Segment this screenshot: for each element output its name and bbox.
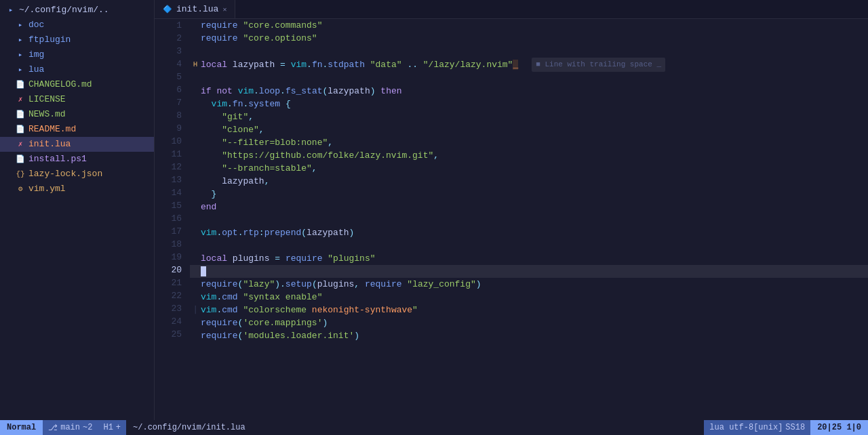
status-git: ⎇ main ~2 xyxy=(43,420,98,435)
ln-16: 16 xyxy=(165,212,182,225)
sidebar-item-doc[interactable]: ▸ doc xyxy=(0,18,154,33)
sidebar: ▸ ~/.config/nvim/.. ▸ doc ▸ ftplugin ▸ i… xyxy=(0,0,155,420)
code-6: if not vim.loop.fs_stat(lazypath) then xyxy=(201,85,402,98)
code-line-1: require "core.commands" xyxy=(190,19,868,32)
code-content: require "core.commands" require "core.op… xyxy=(187,19,868,420)
sidebar-img-label: img xyxy=(28,48,44,62)
status-bar: Normal ⎇ main ~2 H1 + ~/.config/nvim/ini… xyxy=(0,420,868,435)
code-line-16 xyxy=(190,213,868,226)
sidebar-vim-yml-label: vim.yml xyxy=(28,182,66,196)
code-23: vim.cmd "colorscheme nekonight-synthwave… xyxy=(201,304,418,316)
main-area: ▸ ~/.config/nvim/.. ▸ doc ▸ ftplugin ▸ i… xyxy=(0,0,868,420)
ln-7: 7 xyxy=(165,96,182,109)
file-icon: ✗ xyxy=(15,93,26,106)
line-numbers: 1 2 3 4 5 6 7 8 9 10 11 12 13 14 15 16 1… xyxy=(155,19,187,420)
ln-4: 4 xyxy=(165,58,182,70)
status-mode: Normal xyxy=(0,420,43,435)
code-25: require('modules.loader.init') xyxy=(201,329,359,342)
code-area[interactable]: 1 2 3 4 5 6 7 8 9 10 11 12 13 14 15 16 1… xyxy=(155,19,868,420)
ln-8: 8 xyxy=(165,109,182,122)
sidebar-item-lazy-lock[interactable]: {} lazy-lock.json xyxy=(0,167,154,182)
code-line-12: "--branch=stable", xyxy=(190,162,868,175)
scroll-label: 1|0 xyxy=(846,423,861,432)
trail-hint: ■ Line with trailing space _ xyxy=(532,58,665,72)
ln-10: 10 xyxy=(165,135,182,148)
code-2: require "core.options" xyxy=(201,32,317,45)
sidebar-item-vim-yml[interactable]: ⚙ vim.yml xyxy=(0,182,154,196)
file-icon: 📄 xyxy=(15,152,26,166)
file-icon: {} xyxy=(15,167,26,181)
code-22: vim.cmd "syntax enable" xyxy=(201,291,322,304)
sidebar-item-ftplugin[interactable]: ▸ ftplugin xyxy=(0,33,154,47)
code-15: end xyxy=(201,201,216,213)
code-line-10: "--filter=blob:none", xyxy=(190,136,868,149)
status-file-info: H1 + xyxy=(98,420,126,435)
code-7: vim.fn.system { xyxy=(201,98,291,110)
folder-icon: ▸ xyxy=(15,48,26,62)
ln-17: 17 xyxy=(165,225,182,238)
code-line-19: local plugins = require "plugins" xyxy=(190,252,868,265)
ln-23: 23 xyxy=(165,302,182,315)
sidebar-item-license[interactable]: ✗ LICENSE xyxy=(0,92,154,107)
ln-15: 15 xyxy=(165,199,182,212)
sidebar-root-label: ~/.config/nvim/.. xyxy=(19,3,109,17)
ln-1: 1 xyxy=(165,19,182,32)
sidebar-install-label: install.ps1 xyxy=(28,152,87,166)
ln-24: 24 xyxy=(165,315,182,328)
code-line-22: vim.cmd "syntax enable" xyxy=(190,291,868,304)
code-line-8: "git", xyxy=(190,110,868,123)
code-line-18 xyxy=(190,239,868,252)
sidebar-init-label: init.lua xyxy=(28,138,71,151)
code-9: "clone", xyxy=(201,123,264,136)
file-icon: 📄 xyxy=(15,108,26,121)
sidebar-doc-label: doc xyxy=(28,18,44,32)
code-line-3 xyxy=(190,45,868,58)
sidebar-item-news[interactable]: 📄 NEWS.md xyxy=(0,107,154,122)
sidebar-item-changelog[interactable]: 📄 CHANGELOG.md xyxy=(0,77,154,92)
file-plus: + xyxy=(116,423,121,432)
code-line-25: require('modules.loader.init') xyxy=(190,329,868,342)
ln-21: 21 xyxy=(165,276,182,289)
sidebar-readme-label: README.md xyxy=(28,123,76,136)
sidebar-item-img[interactable]: ▸ img xyxy=(0,47,154,62)
sidebar-ftplugin-label: ftplugin xyxy=(28,33,71,47)
code-4: local lazypath = vim.fn.stdpath "data" .… xyxy=(201,58,518,71)
sidebar-license-label: LICENSE xyxy=(28,93,66,106)
file-icon: 📄 xyxy=(15,78,26,91)
folder-icon: ▸ xyxy=(15,18,26,32)
tab-bar: 🔷 init.lua ✕ xyxy=(155,0,868,19)
code-line-4: H local lazypath = vim.fn.stdpath "data"… xyxy=(190,58,868,72)
code-line-13: lazypath, xyxy=(190,175,868,188)
lua-file-icon: 🔷 xyxy=(163,5,172,14)
tab-close-icon[interactable]: ✕ xyxy=(222,5,226,14)
sign-4: H xyxy=(190,58,201,71)
sidebar-item-root[interactable]: ▸ ~/.config/nvim/.. xyxy=(0,3,154,18)
status-path: ~/.config/nvim/init.lua xyxy=(126,420,704,435)
ln-5: 5 xyxy=(165,70,182,83)
code-line-7: vim.fn.system { xyxy=(190,98,868,110)
sidebar-item-lua[interactable]: ▸ lua xyxy=(0,62,154,77)
size-label: SS18 xyxy=(785,423,805,432)
code-line-5 xyxy=(190,72,868,85)
ln-3: 3 xyxy=(165,45,182,58)
code-12: "--branch=stable", xyxy=(201,162,317,175)
sidebar-item-install[interactable]: 📄 install.ps1 xyxy=(0,152,154,167)
mode-label: Normal xyxy=(7,423,36,432)
sidebar-item-readme[interactable]: 📄 README.md xyxy=(0,122,154,137)
folder-icon: ▸ xyxy=(15,63,26,77)
ln-19: 19 xyxy=(165,251,182,264)
sidebar-item-init-lua[interactable]: ✗ init.lua xyxy=(0,137,154,152)
tab-init-lua[interactable]: 🔷 init.lua ✕ xyxy=(155,0,235,18)
code-line-9: "clone", xyxy=(190,123,868,136)
ln-14: 14 xyxy=(165,186,182,199)
ln-2: 2 xyxy=(165,32,182,45)
ln-25: 25 xyxy=(165,328,182,341)
gear-icon: ⚙ xyxy=(15,182,26,196)
sidebar-lua-label: lua xyxy=(28,63,44,77)
code-21: require("lazy").setup(plugins, require "… xyxy=(201,278,481,291)
code-line-6: if not vim.loop.fs_stat(lazypath) then xyxy=(190,85,868,98)
folder-icon: ▸ xyxy=(15,33,26,47)
code-13: lazypath, xyxy=(201,175,269,188)
file-path: ~/.config/nvim/init.lua xyxy=(133,423,245,432)
sidebar-changelog-label: CHANGELOG.md xyxy=(28,78,92,91)
